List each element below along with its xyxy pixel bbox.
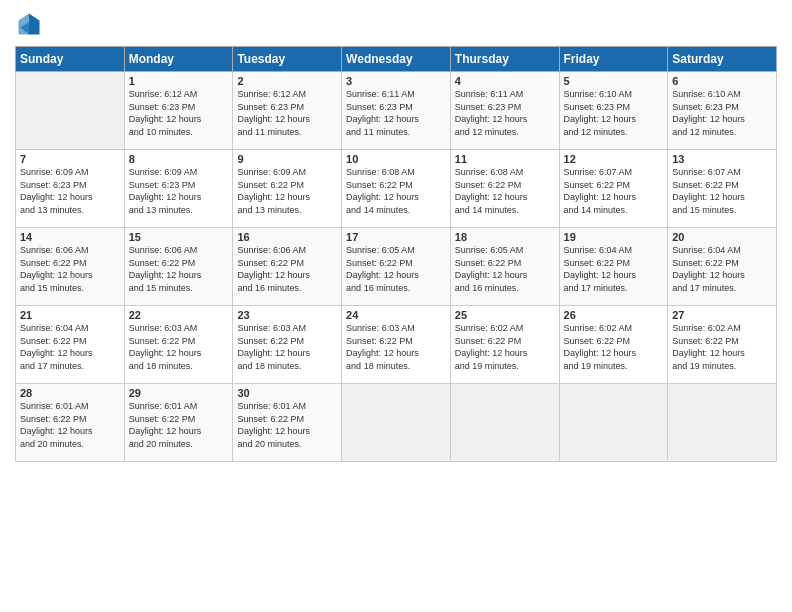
day-cell: 19Sunrise: 6:04 AM Sunset: 6:22 PM Dayli… (559, 228, 668, 306)
day-info: Sunrise: 6:10 AM Sunset: 6:23 PM Dayligh… (564, 88, 664, 138)
day-number: 12 (564, 153, 664, 165)
day-info: Sunrise: 6:05 AM Sunset: 6:22 PM Dayligh… (455, 244, 555, 294)
day-cell: 1Sunrise: 6:12 AM Sunset: 6:23 PM Daylig… (124, 72, 233, 150)
day-cell: 27Sunrise: 6:02 AM Sunset: 6:22 PM Dayli… (668, 306, 777, 384)
day-number: 9 (237, 153, 337, 165)
calendar-header: SundayMondayTuesdayWednesdayThursdayFrid… (16, 47, 777, 72)
day-cell: 25Sunrise: 6:02 AM Sunset: 6:22 PM Dayli… (450, 306, 559, 384)
day-number: 28 (20, 387, 120, 399)
day-number: 14 (20, 231, 120, 243)
day-info: Sunrise: 6:08 AM Sunset: 6:22 PM Dayligh… (455, 166, 555, 216)
day-number: 2 (237, 75, 337, 87)
day-number: 7 (20, 153, 120, 165)
page: SundayMondayTuesdayWednesdayThursdayFrid… (0, 0, 792, 612)
day-cell: 9Sunrise: 6:09 AM Sunset: 6:22 PM Daylig… (233, 150, 342, 228)
day-info: Sunrise: 6:01 AM Sunset: 6:22 PM Dayligh… (129, 400, 229, 450)
day-cell: 7Sunrise: 6:09 AM Sunset: 6:23 PM Daylig… (16, 150, 125, 228)
day-number: 23 (237, 309, 337, 321)
logo (15, 10, 47, 38)
day-cell: 18Sunrise: 6:05 AM Sunset: 6:22 PM Dayli… (450, 228, 559, 306)
header-cell-saturday: Saturday (668, 47, 777, 72)
day-info: Sunrise: 6:07 AM Sunset: 6:22 PM Dayligh… (672, 166, 772, 216)
day-cell: 29Sunrise: 6:01 AM Sunset: 6:22 PM Dayli… (124, 384, 233, 462)
day-info: Sunrise: 6:03 AM Sunset: 6:22 PM Dayligh… (237, 322, 337, 372)
day-number: 18 (455, 231, 555, 243)
day-number: 29 (129, 387, 229, 399)
day-cell: 16Sunrise: 6:06 AM Sunset: 6:22 PM Dayli… (233, 228, 342, 306)
day-info: Sunrise: 6:11 AM Sunset: 6:23 PM Dayligh… (455, 88, 555, 138)
day-cell: 21Sunrise: 6:04 AM Sunset: 6:22 PM Dayli… (16, 306, 125, 384)
day-info: Sunrise: 6:05 AM Sunset: 6:22 PM Dayligh… (346, 244, 446, 294)
day-info: Sunrise: 6:10 AM Sunset: 6:23 PM Dayligh… (672, 88, 772, 138)
day-info: Sunrise: 6:07 AM Sunset: 6:22 PM Dayligh… (564, 166, 664, 216)
week-row-0: 1Sunrise: 6:12 AM Sunset: 6:23 PM Daylig… (16, 72, 777, 150)
header-cell-monday: Monday (124, 47, 233, 72)
day-info: Sunrise: 6:02 AM Sunset: 6:22 PM Dayligh… (455, 322, 555, 372)
day-cell: 4Sunrise: 6:11 AM Sunset: 6:23 PM Daylig… (450, 72, 559, 150)
day-info: Sunrise: 6:12 AM Sunset: 6:23 PM Dayligh… (237, 88, 337, 138)
day-cell (16, 72, 125, 150)
day-number: 5 (564, 75, 664, 87)
calendar-body: 1Sunrise: 6:12 AM Sunset: 6:23 PM Daylig… (16, 72, 777, 462)
day-info: Sunrise: 6:09 AM Sunset: 6:23 PM Dayligh… (20, 166, 120, 216)
day-cell: 15Sunrise: 6:06 AM Sunset: 6:22 PM Dayli… (124, 228, 233, 306)
day-cell: 6Sunrise: 6:10 AM Sunset: 6:23 PM Daylig… (668, 72, 777, 150)
day-info: Sunrise: 6:09 AM Sunset: 6:23 PM Dayligh… (129, 166, 229, 216)
day-cell: 5Sunrise: 6:10 AM Sunset: 6:23 PM Daylig… (559, 72, 668, 150)
day-number: 8 (129, 153, 229, 165)
day-cell: 23Sunrise: 6:03 AM Sunset: 6:22 PM Dayli… (233, 306, 342, 384)
day-info: Sunrise: 6:01 AM Sunset: 6:22 PM Dayligh… (237, 400, 337, 450)
logo-icon (15, 10, 43, 38)
header-row: SundayMondayTuesdayWednesdayThursdayFrid… (16, 47, 777, 72)
day-cell: 12Sunrise: 6:07 AM Sunset: 6:22 PM Dayli… (559, 150, 668, 228)
day-number: 19 (564, 231, 664, 243)
day-number: 10 (346, 153, 446, 165)
day-info: Sunrise: 6:06 AM Sunset: 6:22 PM Dayligh… (129, 244, 229, 294)
day-info: Sunrise: 6:04 AM Sunset: 6:22 PM Dayligh… (564, 244, 664, 294)
week-row-2: 14Sunrise: 6:06 AM Sunset: 6:22 PM Dayli… (16, 228, 777, 306)
day-info: Sunrise: 6:06 AM Sunset: 6:22 PM Dayligh… (20, 244, 120, 294)
day-info: Sunrise: 6:01 AM Sunset: 6:22 PM Dayligh… (20, 400, 120, 450)
day-cell: 3Sunrise: 6:11 AM Sunset: 6:23 PM Daylig… (342, 72, 451, 150)
header-cell-wednesday: Wednesday (342, 47, 451, 72)
day-number: 24 (346, 309, 446, 321)
day-number: 20 (672, 231, 772, 243)
week-row-3: 21Sunrise: 6:04 AM Sunset: 6:22 PM Dayli… (16, 306, 777, 384)
day-info: Sunrise: 6:08 AM Sunset: 6:22 PM Dayligh… (346, 166, 446, 216)
day-number: 16 (237, 231, 337, 243)
day-number: 30 (237, 387, 337, 399)
day-cell: 30Sunrise: 6:01 AM Sunset: 6:22 PM Dayli… (233, 384, 342, 462)
day-number: 25 (455, 309, 555, 321)
day-cell: 2Sunrise: 6:12 AM Sunset: 6:23 PM Daylig… (233, 72, 342, 150)
day-number: 27 (672, 309, 772, 321)
day-cell: 17Sunrise: 6:05 AM Sunset: 6:22 PM Dayli… (342, 228, 451, 306)
day-info: Sunrise: 6:02 AM Sunset: 6:22 PM Dayligh… (564, 322, 664, 372)
day-cell: 24Sunrise: 6:03 AM Sunset: 6:22 PM Dayli… (342, 306, 451, 384)
day-number: 17 (346, 231, 446, 243)
day-number: 26 (564, 309, 664, 321)
week-row-4: 28Sunrise: 6:01 AM Sunset: 6:22 PM Dayli… (16, 384, 777, 462)
day-info: Sunrise: 6:02 AM Sunset: 6:22 PM Dayligh… (672, 322, 772, 372)
day-info: Sunrise: 6:03 AM Sunset: 6:22 PM Dayligh… (129, 322, 229, 372)
day-cell (668, 384, 777, 462)
header-cell-tuesday: Tuesday (233, 47, 342, 72)
week-row-1: 7Sunrise: 6:09 AM Sunset: 6:23 PM Daylig… (16, 150, 777, 228)
day-number: 21 (20, 309, 120, 321)
day-cell: 20Sunrise: 6:04 AM Sunset: 6:22 PM Dayli… (668, 228, 777, 306)
day-number: 22 (129, 309, 229, 321)
day-info: Sunrise: 6:04 AM Sunset: 6:22 PM Dayligh… (672, 244, 772, 294)
day-info: Sunrise: 6:11 AM Sunset: 6:23 PM Dayligh… (346, 88, 446, 138)
header-cell-sunday: Sunday (16, 47, 125, 72)
day-cell: 14Sunrise: 6:06 AM Sunset: 6:22 PM Dayli… (16, 228, 125, 306)
day-cell: 11Sunrise: 6:08 AM Sunset: 6:22 PM Dayli… (450, 150, 559, 228)
day-info: Sunrise: 6:09 AM Sunset: 6:22 PM Dayligh… (237, 166, 337, 216)
day-info: Sunrise: 6:03 AM Sunset: 6:22 PM Dayligh… (346, 322, 446, 372)
calendar-table: SundayMondayTuesdayWednesdayThursdayFrid… (15, 46, 777, 462)
day-info: Sunrise: 6:04 AM Sunset: 6:22 PM Dayligh… (20, 322, 120, 372)
day-number: 6 (672, 75, 772, 87)
day-number: 1 (129, 75, 229, 87)
day-cell: 8Sunrise: 6:09 AM Sunset: 6:23 PM Daylig… (124, 150, 233, 228)
day-info: Sunrise: 6:12 AM Sunset: 6:23 PM Dayligh… (129, 88, 229, 138)
header-cell-friday: Friday (559, 47, 668, 72)
header (15, 10, 777, 38)
